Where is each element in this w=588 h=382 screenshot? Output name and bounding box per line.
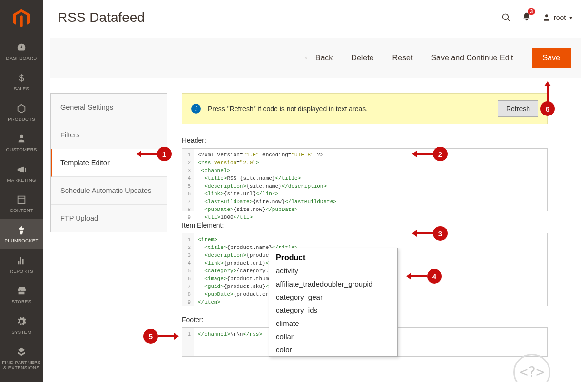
save-continue-button[interactable]: Save and Continue Edit xyxy=(431,54,513,62)
popup-item[interactable]: affiliate_tradedoubler_groupid xyxy=(269,277,397,290)
header-label: Header: xyxy=(182,136,548,144)
hint-glyph: <?> xyxy=(513,354,550,382)
user-menu[interactable]: root ▼ xyxy=(542,13,573,22)
gutter: 1 2 3 4 5 6 7 8 9 xyxy=(182,233,194,306)
nav-dashboard[interactable]: DASHBOARD xyxy=(0,37,43,67)
arrow-left-icon: ← xyxy=(304,54,312,62)
tab-schedule[interactable]: Schedule Automatic Updates xyxy=(51,177,167,205)
magento-logo[interactable] xyxy=(0,0,43,37)
popup-title: Product xyxy=(269,248,397,264)
back-button[interactable]: ← Back xyxy=(304,54,333,62)
popup-item[interactable]: collar xyxy=(269,330,397,343)
nav-partners[interactable]: FIND PARTNERS & EXTENSIONS xyxy=(0,341,43,377)
annotation-1: 1 xyxy=(157,147,172,161)
nav-products[interactable]: PRODUCTS xyxy=(0,97,43,128)
dollar-icon: $ xyxy=(16,73,27,83)
nav-marketing[interactable]: MARKETING xyxy=(0,158,43,189)
nav-customers[interactable]: CUSTOMERS xyxy=(0,128,43,158)
main-column: RSS Datafeed 3 root ▼ ← Back Delete xyxy=(43,0,588,382)
arrow-4 xyxy=(410,275,427,277)
tab-ftp[interactable]: FTP Upload xyxy=(51,205,167,232)
settings-tabs: General Settings Filters Template Editor… xyxy=(50,93,167,232)
alert-text: Press "Refresh" if code is not displayed… xyxy=(208,105,491,113)
arrow-2 xyxy=(416,153,433,155)
annotation-5: 5 xyxy=(143,329,158,344)
popup-item[interactable]: category_gear xyxy=(269,290,397,304)
save-button[interactable]: Save xyxy=(532,48,571,68)
search-icon[interactable] xyxy=(501,13,511,22)
tab-filters[interactable]: Filters xyxy=(51,121,167,149)
tags-hint: <?> Click here to see full list of data … xyxy=(488,354,576,382)
info-icon: i xyxy=(191,104,201,114)
action-bar: ← Back Delete Reset Save and Continue Ed… xyxy=(50,38,581,78)
tab-general[interactable]: General Settings xyxy=(51,94,167,121)
notifications-icon[interactable]: 3 xyxy=(522,11,531,24)
nav-stores[interactable]: STORES xyxy=(0,280,43,310)
nav-content[interactable]: CONTENT xyxy=(0,189,43,219)
refresh-button[interactable]: Refresh xyxy=(498,100,538,117)
page-title: RSS Datafeed xyxy=(58,10,501,25)
chevron-down-icon: ▼ xyxy=(568,15,573,20)
annotation-6: 6 xyxy=(540,101,555,116)
popup-item[interactable]: color xyxy=(269,343,397,356)
nav-reports[interactable]: REPORTS xyxy=(0,249,43,280)
topbar: RSS Datafeed 3 root ▼ xyxy=(43,0,588,30)
annotation-3: 3 xyxy=(433,226,448,241)
header-code-editor[interactable]: 1 2 3 4 5 6 7 8 9 <?xml version="1.0" en… xyxy=(182,148,548,211)
item-label: Item Element: xyxy=(182,221,548,229)
gutter: 1 2 3 4 5 6 7 8 9 xyxy=(182,149,194,211)
username: root xyxy=(554,14,566,21)
annotation-4: 4 xyxy=(427,269,442,284)
delete-button[interactable]: Delete xyxy=(351,54,373,62)
autocomplete-popup: Product activity affiliate_tradedoubler_… xyxy=(269,248,398,357)
template-editor-panel: i Press "Refresh" if code is not display… xyxy=(182,93,562,382)
reset-button[interactable]: Reset xyxy=(392,54,413,62)
nav-sales[interactable]: $ SALES xyxy=(0,67,43,97)
notif-badge: 3 xyxy=(528,8,535,15)
admin-sidebar: DASHBOARD $ SALES PRODUCTS CUSTOMERS MAR… xyxy=(0,0,43,382)
popup-item[interactable]: climate xyxy=(269,317,397,330)
gutter: 1 xyxy=(182,328,194,356)
arrow-6 xyxy=(547,85,549,102)
arrow-1 xyxy=(140,153,157,155)
arrow-3 xyxy=(416,232,433,234)
code-content: <?xml version="1.0" encoding="UTF-8" ?> … xyxy=(194,149,547,211)
popup-item[interactable]: activity xyxy=(269,264,397,277)
refresh-alert: i Press "Refresh" if code is not display… xyxy=(182,93,548,124)
nav-system[interactable]: SYSTEM xyxy=(0,310,43,341)
popup-item[interactable]: category_ids xyxy=(269,304,397,317)
nav-plumrocket[interactable]: PLUMROCKET xyxy=(0,219,43,249)
annotation-2: 2 xyxy=(433,147,448,161)
arrow-5 xyxy=(158,335,175,337)
